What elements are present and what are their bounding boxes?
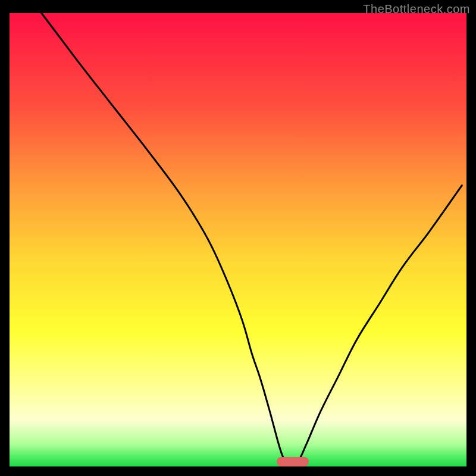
chart-container: TheBottleneck.com xyxy=(0,0,476,476)
plot-area xyxy=(10,13,466,466)
watermark-text: TheBottleneck.com xyxy=(363,2,470,16)
sweet-spot-marker xyxy=(277,457,309,466)
chart-svg xyxy=(10,13,466,466)
gradient-background xyxy=(10,13,466,466)
